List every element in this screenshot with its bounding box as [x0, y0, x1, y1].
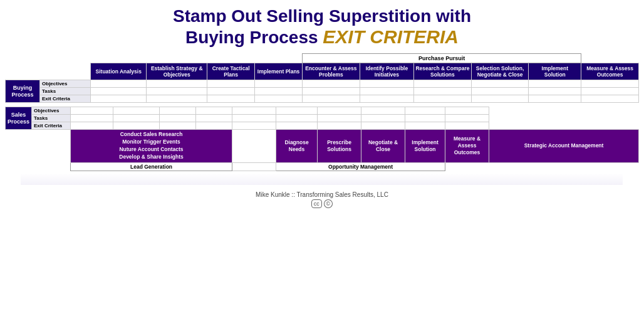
- lead-gen-activities-cell: Conduct Sales ResearchMonitor Trigger Ev…: [71, 130, 232, 163]
- col-measure: Measure & Assess Outcomes: [581, 63, 639, 80]
- tables-container: Purchase Pursuit Situation Analysis Esta…: [5, 53, 639, 171]
- title-line1: Stamp Out Selling Superstition with: [173, 6, 471, 26]
- empty-top-left: [6, 53, 303, 63]
- buying-exit-row: Exit Criteria: [6, 95, 639, 103]
- sales-process-table: SalesProcess Objectives Tasks: [5, 107, 639, 171]
- title-line2-gold: EXIT CRITERIA: [323, 26, 459, 47]
- implement-cell: Implement Solution: [405, 130, 445, 163]
- sales-tasks-row: Tasks: [6, 115, 639, 122]
- negotiate-cell: Negotiate & Close: [361, 130, 405, 163]
- opportunity-management-label: Opportunity Management: [276, 162, 445, 171]
- buying-objectives-label: Objectives: [40, 80, 91, 88]
- col-create: Create Tactical Plans: [207, 63, 255, 80]
- buying-process-table: Purchase Pursuit Situation Analysis Esta…: [5, 53, 639, 103]
- category-labels-row: Lead Generation Opportunity Management: [6, 162, 639, 171]
- buying-tasks-label: Tasks: [40, 88, 91, 95]
- sales-process-label: SalesProcess: [6, 107, 32, 130]
- purchase-pursuit-header: Purchase Pursuit: [303, 53, 581, 63]
- col-encounter: Encounter & Assess Problems: [303, 63, 360, 80]
- page-title: Stamp Out Selling Superstition with Buyi…: [173, 6, 471, 48]
- col-establish: Establish Strategy & Objectives: [147, 63, 207, 80]
- lead-gen-activities-text: Conduct Sales ResearchMonitor Trigger Ev…: [119, 131, 184, 160]
- col-situation: Situation Analysis: [91, 63, 147, 80]
- lead-generation-label: Lead Generation: [71, 162, 232, 171]
- diagnose-cell: Diagnose Needs: [276, 130, 318, 163]
- buying-exit-label: Exit Criteria: [40, 95, 91, 103]
- col-implement: Implement Plans: [255, 63, 303, 80]
- strategic-account-cell: Strategic Account Management: [489, 130, 639, 163]
- footer: Mike Kunkle :: Transforming Sales Result…: [256, 191, 388, 208]
- sales-activities-row: Conduct Sales ResearchMonitor Trigger Ev…: [6, 130, 639, 163]
- sales-exit-row: Exit Criteria: [6, 122, 639, 130]
- sales-objectives-label: Objectives: [32, 107, 71, 115]
- col-identify: Identify Possible Initiatives: [360, 63, 413, 80]
- sales-exit-label: Exit Criteria: [32, 122, 71, 130]
- footer-text: Mike Kunkle :: Transforming Sales Result…: [256, 191, 388, 198]
- sales-tasks-label: Tasks: [32, 115, 71, 122]
- page-wrapper: Stamp Out Selling Superstition with Buyi…: [0, 0, 644, 326]
- prescribe-cell: Prescribe Solutions: [318, 130, 361, 163]
- buying-objectives-row: BuyingProcess Objectives: [6, 80, 639, 88]
- col-research: Research & Compare Solutions: [414, 63, 472, 80]
- cc-badge: cc ©: [256, 199, 388, 208]
- title-line2-normal: Buying Process: [185, 28, 323, 47]
- reflection-area: [21, 174, 623, 185]
- sales-objectives-row: SalesProcess Objectives: [6, 107, 639, 115]
- col-selection: Selection Solution, Negotiate & Close: [471, 63, 529, 80]
- buying-tasks-row: Tasks: [6, 88, 639, 95]
- measure-outcomes-cell: Measure & Assess Outcomes: [445, 130, 489, 163]
- buying-process-label: BuyingProcess: [6, 80, 40, 103]
- col-implement2: Implement Solution: [529, 63, 581, 80]
